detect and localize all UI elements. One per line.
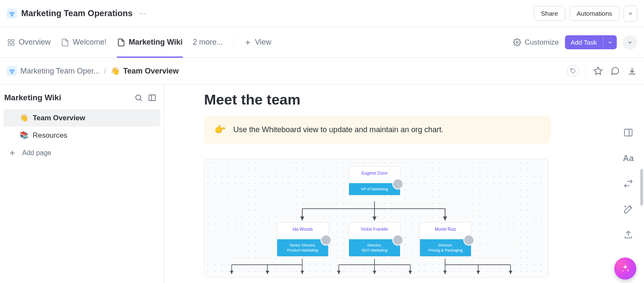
- avatar: [321, 235, 332, 246]
- node-name: Vickie Franklin: [349, 223, 400, 239]
- body: Marketing Wiki 👋 Team Overview 📚 Resourc…: [0, 85, 644, 283]
- more-options-icon[interactable]: ···: [137, 8, 149, 19]
- breadcrumb-page-label: Team Overview: [123, 67, 179, 76]
- orgchart-node-child-3[interactable]: Muriel Ruiz Director, Pricing & Packagin…: [420, 222, 471, 257]
- upload-icon[interactable]: [623, 229, 634, 240]
- svg-point-13: [136, 95, 141, 100]
- add-page-label: Add page: [22, 149, 51, 157]
- svg-point-8: [11, 73, 12, 74]
- add-task-label: Add Task: [565, 35, 603, 49]
- node-name: Ida Woods: [277, 223, 328, 239]
- svg-rect-31: [624, 129, 632, 136]
- tabs-more[interactable]: 2 more...: [193, 27, 223, 57]
- sidebar-item-label: Team Overview: [33, 114, 85, 122]
- breadcrumb-separator: /: [104, 67, 106, 76]
- svg-rect-2: [12, 40, 14, 42]
- sidebar-header: Marketing Wiki: [0, 90, 164, 109]
- tab-label: Marketing Wiki: [129, 38, 183, 47]
- svg-point-0: [11, 15, 12, 16]
- pointing-emoji-icon: 👉: [214, 124, 226, 135]
- panel-icon[interactable]: [623, 127, 634, 138]
- star-icon[interactable]: [593, 66, 603, 76]
- tab-welcome[interactable]: Welcome!: [61, 27, 107, 57]
- add-task-dropdown[interactable]: [603, 37, 617, 48]
- tabs-left: Overview Welcome! Marketing Wiki 2 more.…: [7, 27, 271, 57]
- space-icon[interactable]: [7, 8, 17, 19]
- automations-button[interactable]: Automations: [570, 6, 619, 21]
- orgchart-node-child-2[interactable]: Vickie Franklin Director, SEO Marketing: [349, 222, 400, 257]
- svg-point-7: [516, 41, 518, 43]
- add-view-label: View: [255, 38, 272, 47]
- breadcrumb-space-label: Marketing Team Oper...: [20, 67, 100, 76]
- search-icon[interactable]: [134, 93, 143, 102]
- doc-icon: [117, 38, 125, 47]
- svg-line-14: [140, 99, 142, 101]
- breadcrumb-row: Marketing Team Oper... / 👋 Team Overview: [0, 58, 644, 85]
- swap-icon[interactable]: [623, 178, 634, 189]
- avatar: [392, 235, 403, 246]
- wave-emoji-icon: 👋: [20, 113, 28, 122]
- space-icon: [7, 66, 17, 76]
- grid-icon: [7, 38, 15, 47]
- tab-overview[interactable]: Overview: [7, 27, 51, 57]
- svg-marker-10: [594, 67, 602, 74]
- sidebar-item-label: Resources: [33, 131, 67, 140]
- add-page-button[interactable]: Add page: [0, 144, 164, 162]
- svg-rect-3: [8, 43, 10, 45]
- avatar: [392, 178, 403, 190]
- sidebar-title: Marketing Wiki: [4, 93, 61, 102]
- page-heading: Meet the team: [204, 91, 624, 108]
- automations-label: Automations: [577, 10, 612, 17]
- doc-icon: [61, 38, 69, 47]
- collapse-button[interactable]: [623, 35, 637, 50]
- svg-rect-15: [149, 95, 156, 100]
- text-style-icon[interactable]: Aa: [623, 153, 634, 164]
- sidebar-icons: [134, 93, 157, 102]
- svg-rect-4: [12, 43, 14, 45]
- scrollbar-thumb[interactable]: [640, 169, 643, 206]
- breadcrumb: Marketing Team Oper... / 👋 Team Overview: [7, 66, 179, 76]
- callout-text: Use the Whiteboard view to update and ma…: [233, 125, 443, 134]
- panel-toggle-icon[interactable]: [148, 93, 157, 102]
- tab-label: Overview: [19, 38, 51, 47]
- node-name: Eugene Dunn: [349, 167, 400, 183]
- tab-label: Welcome!: [73, 38, 107, 47]
- breadcrumb-current[interactable]: 👋 Team Overview: [111, 66, 179, 76]
- callout: 👉 Use the Whiteboard view to update and …: [204, 116, 550, 144]
- svg-rect-1: [8, 40, 10, 42]
- orgchart[interactable]: Eugene Dunn VP of Marketing Ida Woods Se…: [204, 159, 548, 278]
- breadcrumb-space[interactable]: Marketing Team Oper...: [7, 66, 100, 76]
- magic-icon[interactable]: [623, 204, 634, 215]
- comment-icon[interactable]: [610, 66, 620, 76]
- header-dropdown-button[interactable]: [624, 6, 637, 22]
- wave-emoji-icon: 👋: [111, 66, 120, 76]
- sidebar-item-resources[interactable]: 📚 Resources: [0, 127, 164, 144]
- orgchart-node-child-1[interactable]: Ida Woods Senior Director, Product Marke…: [277, 222, 329, 257]
- header-left: Marketing Team Operations ···: [7, 8, 149, 19]
- books-emoji-icon: 📚: [20, 131, 28, 140]
- tab-separator: [233, 37, 234, 48]
- space-title[interactable]: Marketing Team Operations: [21, 8, 133, 18]
- ai-fab-button[interactable]: [614, 258, 636, 280]
- customize-label: Customize: [525, 38, 559, 47]
- sidebar: Marketing Wiki 👋 Team Overview 📚 Resourc…: [0, 85, 164, 283]
- right-rail: Aa: [623, 127, 634, 240]
- separator: [586, 66, 586, 76]
- tabs-right: Customize Add Task: [513, 35, 637, 50]
- breadcrumb-actions: [567, 65, 637, 77]
- add-task-button[interactable]: Add Task: [565, 35, 617, 49]
- orgchart-node-root[interactable]: Eugene Dunn VP of Marketing: [349, 166, 400, 195]
- svg-point-9: [571, 69, 572, 70]
- share-button[interactable]: Share: [534, 6, 565, 21]
- node-name: Muriel Ruiz: [420, 223, 471, 239]
- sidebar-item-team-overview[interactable]: 👋 Team Overview: [3, 109, 160, 127]
- add-view-button[interactable]: View: [244, 38, 272, 47]
- main-content: Meet the team 👉 Use the Whiteboard view …: [164, 85, 644, 283]
- tab-marketing-wiki[interactable]: Marketing Wiki: [117, 27, 183, 57]
- download-icon[interactable]: [627, 66, 637, 76]
- customize-button[interactable]: Customize: [513, 38, 559, 47]
- header-right: Share Automations: [534, 6, 637, 22]
- view-tabs-row: Overview Welcome! Marketing Wiki 2 more.…: [0, 27, 644, 58]
- tag-button[interactable]: [567, 65, 579, 77]
- top-header: Marketing Team Operations ··· Share Auto…: [0, 0, 644, 27]
